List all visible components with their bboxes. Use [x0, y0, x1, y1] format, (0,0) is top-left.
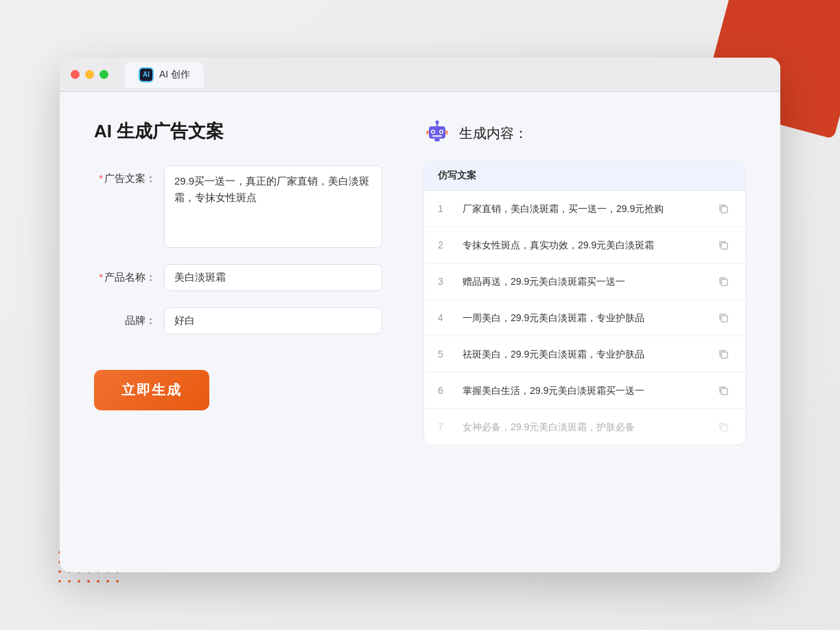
copy-button[interactable]: [715, 310, 732, 326]
svg-rect-15: [721, 352, 727, 358]
page-title: AI 生成广告文案: [94, 119, 382, 143]
brand-label: 品牌：: [94, 307, 156, 327]
svg-rect-8: [434, 139, 440, 141]
robot-icon: [423, 119, 451, 147]
generate-button[interactable]: 立即生成: [94, 370, 209, 410]
result-number: 3: [438, 276, 452, 287]
result-number: 6: [438, 385, 452, 396]
result-row: 3赠品再送，29.9元美白淡斑霜买一送一: [424, 264, 745, 300]
result-number: 4: [438, 312, 452, 323]
browser-titlebar: AI AI 创作: [60, 58, 780, 92]
svg-rect-14: [721, 316, 727, 322]
svg-rect-11: [721, 207, 727, 213]
result-row: 6掌握美白生活，29.9元美白淡斑霜买一送一: [424, 373, 745, 409]
result-row: 5祛斑美白，29.9元美白淡斑霜，专业护肤品: [424, 336, 745, 373]
result-row: 2专抹女性斑点，真实功效，29.9元美白淡斑霜: [424, 227, 745, 264]
tab-label: AI 创作: [159, 69, 190, 81]
svg-rect-10: [445, 130, 448, 135]
ad-copy-input[interactable]: 29.9买一送一，真正的厂家直销，美白淡斑霜，专抹女性斑点: [164, 165, 382, 248]
svg-rect-17: [721, 425, 727, 431]
product-name-required: *: [99, 271, 103, 283]
form-row-product-name: *产品名称：: [94, 264, 382, 291]
result-text: 一周美白，29.9元美白淡斑霜，专业护肤品: [463, 311, 704, 325]
result-text: 祛斑美白，29.9元美白淡斑霜，专业护肤品: [463, 347, 704, 362]
product-name-input[interactable]: [164, 264, 382, 291]
result-row: 1厂家直销，美白淡斑霜，买一送一，29.9元抢购: [424, 191, 745, 227]
result-text: 女神必备，29.9元美白淡斑霜，护肤必备: [463, 420, 704, 434]
result-row: 4一周美白，29.9元美白淡斑霜，专业护肤品: [424, 300, 745, 336]
svg-rect-7: [432, 135, 442, 137]
svg-point-2: [436, 121, 439, 124]
copy-button[interactable]: [715, 200, 732, 217]
tab-area: AI AI 创作: [125, 62, 204, 88]
copy-button[interactable]: [715, 419, 732, 435]
result-row: 7女神必备，29.9元美白淡斑霜，护肤必备: [424, 409, 745, 445]
form-row-brand: 品牌：: [94, 307, 382, 334]
svg-rect-9: [426, 130, 429, 135]
result-number: 7: [438, 421, 452, 432]
traffic-light-yellow[interactable]: [85, 70, 94, 79]
browser-tab-ai[interactable]: AI AI 创作: [125, 62, 204, 88]
results-list: 1厂家直销，美白淡斑霜，买一送一，29.9元抢购2专抹女性斑点，真实功效，29.…: [424, 191, 745, 445]
left-panel: AI 生成广告文案 *广告文案： 29.9买一送一，真正的厂家直销，美白淡斑霜，…: [94, 119, 382, 545]
ad-copy-required: *: [99, 172, 103, 184]
svg-rect-12: [721, 243, 727, 249]
ad-copy-label: *广告文案：: [94, 165, 156, 185]
result-number: 5: [438, 349, 452, 360]
product-name-label: *产品名称：: [94, 264, 156, 284]
copy-button[interactable]: [715, 237, 732, 253]
copy-button[interactable]: [715, 346, 732, 362]
right-header: 生成内容：: [423, 119, 746, 147]
result-text: 赠品再送，29.9元美白淡斑霜买一送一: [463, 275, 704, 289]
browser-content: AI 生成广告文案 *广告文案： 29.9买一送一，真正的厂家直销，美白淡斑霜，…: [60, 92, 780, 572]
form-row-ad-copy: *广告文案： 29.9买一送一，真正的厂家直销，美白淡斑霜，专抹女性斑点: [94, 165, 382, 248]
result-number: 1: [438, 203, 452, 214]
results-table-header: 仿写文案: [424, 161, 745, 191]
result-text: 专抹女性斑点，真实功效，29.9元美白淡斑霜: [463, 238, 704, 253]
results-header-title: 生成内容：: [459, 124, 528, 143]
svg-rect-13: [721, 279, 727, 285]
svg-rect-16: [721, 388, 727, 395]
result-text: 掌握美白生活，29.9元美白淡斑霜买一送一: [463, 384, 704, 398]
ai-tab-icon: AI: [139, 67, 154, 82]
copy-button[interactable]: [715, 273, 732, 290]
brand-input[interactable]: [164, 307, 382, 334]
results-table: 仿写文案 1厂家直销，美白淡斑霜，买一送一，29.9元抢购2专抹女性斑点，真实功…: [423, 161, 746, 445]
browser-window: AI AI 创作 AI 生成广告文案 *广告文案： 29.9买一送一，真正的厂家…: [60, 58, 780, 572]
traffic-light-green[interactable]: [100, 70, 108, 79]
svg-point-5: [432, 131, 434, 133]
svg-point-6: [441, 131, 443, 133]
result-text: 厂家直销，美白淡斑霜，买一送一，29.9元抢购: [463, 202, 704, 216]
result-number: 2: [438, 240, 452, 250]
right-panel: 生成内容： 仿写文案 1厂家直销，美白淡斑霜，买一送一，29.9元抢购2专抹女性…: [423, 119, 746, 545]
copy-button[interactable]: [715, 382, 732, 399]
traffic-light-red[interactable]: [71, 70, 80, 79]
